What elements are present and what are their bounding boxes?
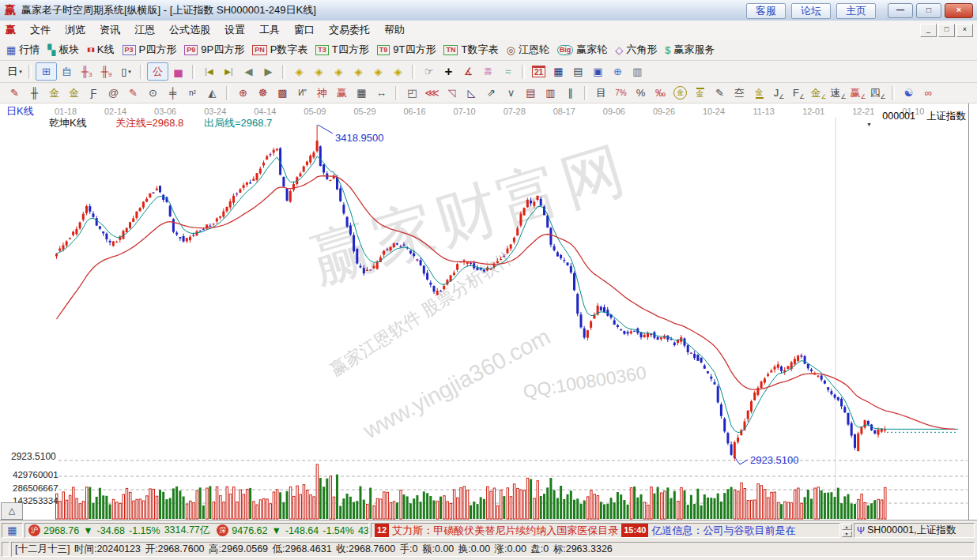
tool-circle-cross[interactable]: ⊕ <box>233 85 253 101</box>
tool-grid-ruler[interactable]: ╪ <box>163 85 183 101</box>
tool-zigzag[interactable]: ∨ <box>501 85 521 101</box>
tool-compress-x[interactable]: ◈ <box>289 63 309 80</box>
customer-service-button[interactable]: 客服 <box>746 3 786 19</box>
tool-notes[interactable]: ▤ <box>568 63 588 80</box>
tool-angle-mirror[interactable]: ◭ <box>202 85 222 101</box>
tool-page-next[interactable]: ▶ <box>258 63 278 80</box>
tool-spiral-tool[interactable]: @ <box>104 85 123 101</box>
chart-canvas[interactable]: 01-1802-1403-0603-2404-1405-0905-2906-16… <box>0 103 977 521</box>
mdi-close-button[interactable]: × <box>956 24 973 37</box>
tool-chart-window[interactable]: ⊞ <box>36 62 57 81</box>
tool-net-globe[interactable]: ⊕ <box>608 63 628 80</box>
tool-trend-rays[interactable]: ⇗ <box>481 85 501 101</box>
toolbar-winner-wheel[interactable]: Big赢家轮 <box>557 43 608 57</box>
toolbar-winner-service[interactable]: $赢家服务 <box>665 43 715 57</box>
tool-compress-all[interactable]: ◈ <box>368 63 388 80</box>
tool-brush-tool[interactable]: ✎ <box>5 85 25 101</box>
tool-wave-ornament[interactable]: ≈ <box>498 63 518 80</box>
tool-gold-overline[interactable]: 金 <box>690 85 710 101</box>
tool-fan-filled[interactable]: ◺ <box>462 85 481 101</box>
minimize-button[interactable]: — <box>888 3 913 18</box>
tool-period-day[interactable]: 日▾ <box>5 63 25 80</box>
tool-gold-angle[interactable]: 金∠ <box>809 85 828 101</box>
tool-square-of-nine[interactable]: n² <box>183 85 202 101</box>
tool-winner-tool[interactable]: 赢 <box>332 85 352 101</box>
home-button[interactable]: 主页 <box>836 3 876 19</box>
tool-expand-x[interactable]: ◈ <box>309 63 329 80</box>
menu-formula-pick[interactable]: 公式选股 <box>162 23 217 37</box>
tool-gold-circle[interactable]: 金 <box>670 85 690 101</box>
tool-page-prev[interactable]: ◀ <box>239 63 258 80</box>
tool-crosshair-tool[interactable]: + <box>439 63 458 80</box>
mdi-minimize-button[interactable]: _ <box>920 24 937 37</box>
menu-gann[interactable]: 江恩 <box>127 23 162 37</box>
tool-last-page[interactable]: ▶| <box>219 63 239 80</box>
toolbar-hexagon[interactable]: ◇六角形 <box>615 43 657 57</box>
tool-fan-shaded[interactable]: ◹ <box>442 85 462 101</box>
close-button[interactable]: × <box>945 3 973 18</box>
toolbar-9t-square[interactable]: T99T四方形 <box>377 43 436 57</box>
tool-number-grid[interactable]: ▦ <box>352 85 372 101</box>
tool-fibonacci-lines[interactable]: Ƒ <box>84 85 104 101</box>
toolbar-gann-wheel[interactable]: ◎江恩轮 <box>506 43 549 57</box>
tool-volume-ladder[interactable]: 目 <box>591 85 611 101</box>
menu-browse[interactable]: 浏览 <box>58 23 92 37</box>
menu-trade[interactable]: 交易委托 <box>322 23 377 37</box>
quote-grid-icon[interactable]: ▦ <box>2 523 23 538</box>
tool-price-frame[interactable]: ◰ <box>402 85 422 101</box>
menu-tools[interactable]: 工具 <box>252 23 287 37</box>
menu-settings[interactable]: 设置 <box>217 23 252 37</box>
tool-gann-ornament[interactable]: 壽 <box>478 63 498 80</box>
tool-candles-9[interactable]: ╫9 <box>96 63 116 80</box>
toolbar-sectors[interactable]: ▚板块 <box>47 43 79 57</box>
tool-percent-tool[interactable]: % <box>631 85 651 101</box>
tool-shen-tool[interactable]: 神 <box>312 85 332 101</box>
tool-four-angle[interactable]: 四∠ <box>868 85 888 101</box>
toolbar-t-number-table[interactable]: TNT数字表 <box>443 43 498 57</box>
tool-gold-section-2[interactable]: 金 <box>64 85 84 101</box>
toolbar-p-number-table[interactable]: PNP数字表 <box>252 43 307 57</box>
toolbar-kline[interactable]: ▮▯▮K线 <box>87 43 114 57</box>
tool-infinity[interactable]: ∞ <box>919 85 938 101</box>
menu-file[interactable]: 文件 <box>23 23 58 37</box>
toolbar-quotes[interactable]: ▦行情 <box>6 43 40 57</box>
tool-memo[interactable]: 自 <box>57 63 77 80</box>
mdi-restore-button[interactable]: □ <box>938 24 955 37</box>
tool-net-computer[interactable]: ▥ <box>628 63 647 80</box>
tool-permille-tool[interactable]: ‰ <box>651 85 670 101</box>
tool-fan-lines[interactable]: ⋘ <box>422 85 442 101</box>
tool-colored-report[interactable]: ▅ <box>168 63 188 80</box>
tool-tick-marks[interactable]: И″ <box>292 85 312 101</box>
tool-angle-tool[interactable]: ∡ <box>458 63 478 80</box>
tool-parallel-lines[interactable]: ∥ <box>560 85 580 101</box>
forum-button[interactable]: 论坛 <box>791 3 831 19</box>
tool-calculator[interactable]: ▦ <box>549 63 568 80</box>
tool-f-angle[interactable]: F∠ <box>789 85 809 101</box>
tool-j-angle[interactable]: J∠ <box>769 85 789 101</box>
tool-formula-editor[interactable]: 公 <box>147 62 168 81</box>
tool-percent-strike[interactable]: 7% <box>611 85 631 101</box>
tool-gold-section-1[interactable]: 金 <box>44 85 64 101</box>
scroll-up-button[interactable]: ▴ <box>842 524 852 530</box>
tool-grid-target[interactable]: ▩ <box>273 85 292 101</box>
tool-ink-pen[interactable]: ✎ <box>710 85 730 101</box>
toolbar-p-square[interactable]: P3P四方形 <box>123 43 177 57</box>
tool-wheel-tool[interactable]: ☸ <box>253 85 273 101</box>
tool-gold-underline[interactable]: 金 <box>749 85 769 101</box>
tool-calendar[interactable]: 21 <box>529 63 549 80</box>
tool-grid-arrow[interactable]: ▥ <box>541 85 560 101</box>
tool-span-arrows[interactable]: ↔ <box>372 85 391 101</box>
expand-panel-button[interactable]: △ <box>1 502 23 520</box>
tool-candles-3[interactable]: ╫3 <box>77 63 96 80</box>
tool-first-page[interactable]: |◀ <box>199 63 219 80</box>
maximize-button[interactable]: □ <box>916 3 941 18</box>
tool-save[interactable]: ▣ <box>588 63 608 80</box>
tool-red-pen[interactable]: ✎ <box>123 85 143 101</box>
tool-tai-box[interactable]: 夳 <box>730 85 749 101</box>
tool-ruler-comb[interactable]: ╫ <box>25 85 44 101</box>
symbol-dropdown-icon[interactable]: ▼ <box>866 122 872 127</box>
tool-winner-angle[interactable]: 赢∠ <box>848 85 868 101</box>
toolbar-9p-square[interactable]: P99P四方形 <box>184 43 244 57</box>
tool-gann-compass[interactable]: ⊙ <box>143 85 163 101</box>
tool-candle-style[interactable]: ▯▾ <box>116 63 136 80</box>
